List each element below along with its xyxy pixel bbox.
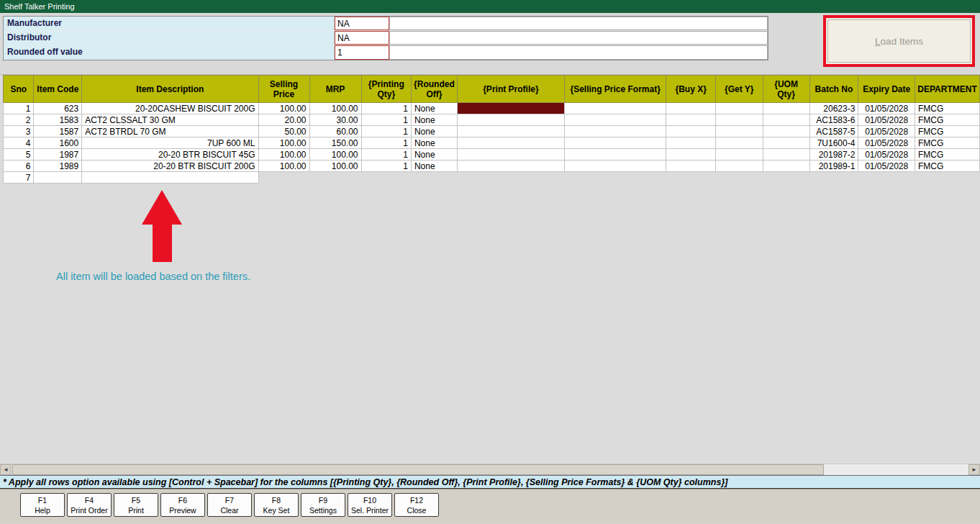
grid-cell[interactable]: 100.00 bbox=[309, 161, 361, 172]
grid-cell[interactable]: 1989 bbox=[34, 161, 82, 172]
filter-text-input[interactable] bbox=[389, 31, 768, 45]
grid-cell[interactable]: 20-20CASHEW BISCUIT 200G bbox=[82, 103, 258, 114]
grid-cell[interactable]: 100.00 bbox=[258, 149, 309, 161]
grid-cell[interactable] bbox=[564, 103, 666, 114]
grid-cell[interactable] bbox=[666, 103, 716, 114]
f8-key-set-button[interactable]: F8Key Set bbox=[254, 493, 299, 517]
column-header[interactable]: {Selling Price Format} bbox=[564, 76, 666, 103]
f9-settings-button[interactable]: F9Settings bbox=[301, 493, 345, 517]
filter-value-input[interactable] bbox=[335, 17, 389, 30]
grid-cell[interactable]: 201989-1 bbox=[809, 161, 858, 172]
scroll-right-icon[interactable]: ► bbox=[968, 464, 980, 475]
column-header[interactable]: Selling Price bbox=[258, 76, 309, 103]
grid-cell[interactable]: 1600 bbox=[34, 137, 82, 149]
grid-cell[interactable]: 20-20 BTR BISCUIT 200G bbox=[82, 161, 258, 172]
grid-cell[interactable]: 1 bbox=[361, 149, 411, 161]
grid-cell[interactable] bbox=[666, 149, 716, 161]
scrollbar-track[interactable] bbox=[824, 464, 968, 475]
grid-cell[interactable]: FMCG bbox=[915, 149, 979, 161]
grid-cell[interactable] bbox=[666, 137, 716, 149]
grid-cell[interactable]: 01/05/2028 bbox=[858, 114, 915, 126]
column-header[interactable]: {Print Profile} bbox=[457, 76, 564, 103]
grid-cell[interactable] bbox=[716, 114, 763, 126]
grid-cell[interactable] bbox=[457, 149, 564, 161]
grid-cell[interactable] bbox=[716, 103, 763, 114]
grid-cell[interactable]: 01/05/2028 bbox=[858, 149, 915, 161]
grid-cell[interactable] bbox=[716, 161, 763, 172]
grid-cell[interactable]: 7U1600-4 bbox=[809, 137, 858, 149]
grid-cell[interactable]: None bbox=[411, 114, 457, 126]
grid-cell[interactable] bbox=[666, 114, 716, 126]
column-header[interactable]: Batch No bbox=[809, 76, 858, 103]
grid-cell[interactable]: 100.00 bbox=[258, 137, 309, 149]
grid-cell[interactable]: 623 bbox=[34, 103, 82, 114]
column-header[interactable]: {Buy X} bbox=[666, 76, 716, 103]
grid-cell[interactable]: 4 bbox=[4, 137, 34, 149]
grid-cell[interactable]: 1583 bbox=[34, 114, 82, 126]
grid-cell[interactable]: 1 bbox=[361, 161, 411, 172]
column-header[interactable]: DEPARTMENT bbox=[915, 76, 979, 103]
grid-cell[interactable]: 1 bbox=[361, 137, 411, 149]
grid-cell[interactable]: 150.00 bbox=[309, 137, 361, 149]
grid-cell[interactable]: 100.00 bbox=[309, 103, 361, 114]
grid-cell[interactable]: ACT2 CLSSALT 30 GM bbox=[82, 114, 258, 126]
grid-cell[interactable] bbox=[457, 114, 564, 126]
grid-cell[interactable]: 20-20 BTR BISCUIT 45G bbox=[82, 149, 258, 161]
f12-close-button[interactable]: F12Close bbox=[394, 493, 439, 517]
grid-cell[interactable]: 1987 bbox=[34, 149, 82, 161]
grid-cell[interactable]: 20623-3 bbox=[809, 103, 858, 114]
grid-cell[interactable]: 01/05/2028 bbox=[858, 126, 915, 137]
grid-cell[interactable] bbox=[564, 114, 666, 126]
selected-cell[interactable] bbox=[457, 103, 564, 114]
grid-cell[interactable]: 5 bbox=[4, 149, 34, 161]
grid-cell[interactable]: None bbox=[411, 137, 457, 149]
grid-cell[interactable]: 01/05/2028 bbox=[858, 137, 915, 149]
grid-cell[interactable]: FMCG bbox=[915, 161, 979, 172]
grid-cell[interactable] bbox=[763, 126, 809, 137]
f7-clear-button[interactable]: F7Clear bbox=[207, 493, 252, 517]
scroll-left-icon[interactable]: ◄ bbox=[0, 464, 12, 475]
grid-cell[interactable]: 1 bbox=[4, 103, 34, 114]
grid-cell[interactable]: 100.00 bbox=[309, 149, 361, 161]
grid-cell[interactable] bbox=[763, 103, 809, 114]
grid-cell[interactable] bbox=[763, 137, 809, 149]
grid-cell[interactable] bbox=[666, 161, 716, 172]
grid-cell[interactable]: 1 bbox=[361, 126, 411, 137]
grid-cell[interactable] bbox=[763, 114, 809, 126]
grid-cell[interactable] bbox=[666, 126, 716, 137]
column-header[interactable]: Expiry Date bbox=[858, 76, 915, 103]
horizontal-scrollbar[interactable]: ◄ ► bbox=[0, 464, 980, 475]
grid-cell[interactable]: 3 bbox=[4, 126, 34, 137]
grid-cell[interactable]: 100.00 bbox=[258, 103, 309, 114]
grid-cell[interactable] bbox=[564, 137, 666, 149]
grid-cell[interactable]: None bbox=[411, 161, 457, 172]
column-header[interactable]: {UOM Qty} bbox=[763, 76, 809, 103]
grid-cell[interactable]: None bbox=[411, 126, 457, 137]
grid-cell[interactable]: ACT2 BTRDL 70 GM bbox=[82, 126, 258, 137]
filter-value-input[interactable] bbox=[335, 31, 389, 45]
grid-cell[interactable] bbox=[34, 172, 82, 184]
column-header[interactable]: {Rounded Off} bbox=[411, 76, 457, 103]
grid-cell[interactable]: FMCG bbox=[915, 137, 979, 149]
grid-cell[interactable]: 7UP 600 ML bbox=[82, 137, 258, 149]
grid-cell[interactable]: 6 bbox=[4, 161, 34, 172]
grid-cell[interactable] bbox=[763, 149, 809, 161]
grid-cell[interactable] bbox=[763, 161, 809, 172]
grid-cell[interactable]: FMCG bbox=[915, 114, 979, 126]
f6-preview-button[interactable]: F6Preview bbox=[160, 493, 205, 517]
grid-cell[interactable] bbox=[82, 172, 258, 184]
grid-cell[interactable]: 01/05/2028 bbox=[858, 161, 915, 172]
column-header[interactable]: Sno bbox=[4, 76, 34, 103]
grid-cell[interactable]: 201987-2 bbox=[809, 149, 858, 161]
grid-cell[interactable]: 20.00 bbox=[258, 114, 309, 126]
grid-cell[interactable]: FMCG bbox=[915, 126, 979, 137]
grid-cell[interactable]: None bbox=[411, 149, 457, 161]
grid-cell[interactable] bbox=[457, 161, 564, 172]
grid-cell[interactable]: 1587 bbox=[34, 126, 82, 137]
f5-print-button[interactable]: F5Print bbox=[114, 493, 158, 517]
grid-cell[interactable]: None bbox=[411, 103, 457, 114]
grid-cell[interactable] bbox=[564, 149, 666, 161]
grid-cell[interactable]: 100.00 bbox=[258, 161, 309, 172]
load-items-button[interactable]: Load Items bbox=[827, 19, 971, 63]
grid-cell[interactable]: FMCG bbox=[915, 103, 979, 114]
